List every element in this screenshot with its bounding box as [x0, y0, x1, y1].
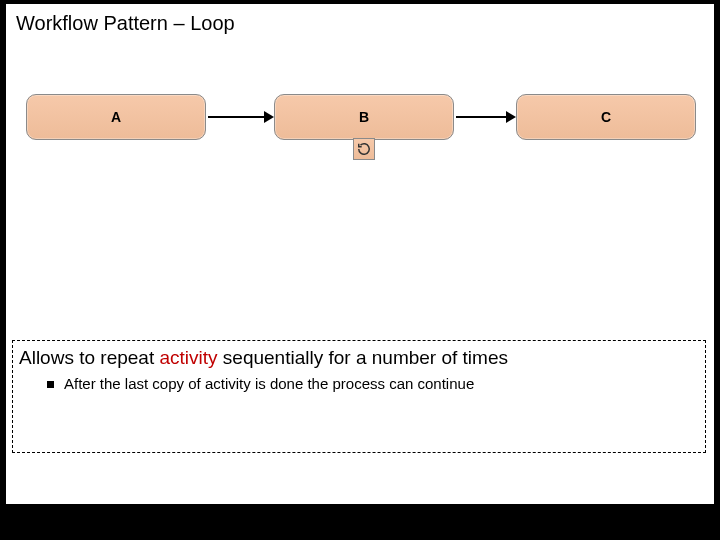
bullet-text: After the last copy of activity is done … — [64, 375, 474, 392]
square-bullet-icon — [47, 381, 54, 388]
bullet-item: After the last copy of activity is done … — [19, 375, 699, 392]
slide: Workflow Pattern – Loop A B C Allows to … — [6, 4, 714, 504]
arrow-b-c — [456, 116, 506, 118]
arrow-a-b — [208, 116, 264, 118]
desc-prefix: Allows to repeat — [19, 347, 159, 368]
loop-icon — [357, 142, 371, 156]
node-c: C — [516, 94, 696, 140]
node-a: A — [26, 94, 206, 140]
desc-highlight: activity — [159, 347, 217, 368]
description-box: Allows to repeat activity sequentially f… — [12, 340, 706, 453]
desc-suffix: sequentially for a number of times — [218, 347, 508, 368]
workflow-diagram: A B C — [26, 94, 696, 174]
arrow-head-b-c — [506, 111, 516, 123]
loop-indicator — [353, 138, 375, 160]
page-title: Workflow Pattern – Loop — [16, 12, 235, 35]
arrow-head-a-b — [264, 111, 274, 123]
node-b: B — [274, 94, 454, 140]
description-main: Allows to repeat activity sequentially f… — [19, 347, 699, 369]
